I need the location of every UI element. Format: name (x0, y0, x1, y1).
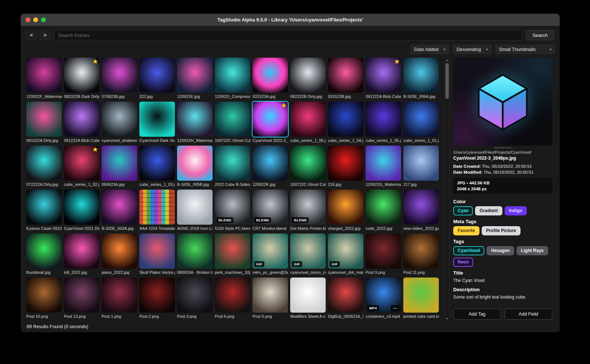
thumbnail-image[interactable] (366, 146, 401, 181)
thumbnail-image[interactable]: BLEND (215, 190, 250, 225)
grid-item[interactable]: BLEND Dot Matrix Printer.blend (290, 190, 326, 231)
thumbnail-image[interactable] (26, 146, 62, 181)
thumbnail-image[interactable] (26, 234, 62, 269)
thumbnail-image[interactable] (139, 278, 175, 313)
grid-item[interactable]: Post 6.png (215, 278, 250, 319)
thumbnail-image[interactable] (215, 278, 250, 313)
thumbnail-image[interactable]: ★ (64, 58, 99, 93)
thumbnail-image[interactable] (215, 146, 250, 181)
thumbnail-image[interactable] (366, 190, 401, 225)
thumbnail-image[interactable] (252, 58, 288, 93)
minimize-button[interactable] (33, 17, 38, 22)
grid-item[interactable]: ★ CyanVoxel 2022-3_2048px.jpg (252, 102, 288, 143)
thumbnail-image[interactable] (215, 102, 250, 137)
grid-item[interactable]: 222.jpg (139, 58, 175, 99)
scrollbar-thumb[interactable] (445, 63, 449, 99)
grid-item[interactable]: printed color card in.jpg (403, 278, 439, 319)
grid-item[interactable]: DigItUp_050621A_Sheet.png (328, 278, 363, 319)
tag-pill[interactable]: Indigo (505, 206, 527, 215)
grid-item[interactable]: 120922K.jpg (252, 146, 288, 187)
grid-item[interactable]: AAA 1024 Template.png (139, 190, 175, 231)
zoom-button[interactable] (41, 17, 46, 22)
sort-field-dropdown[interactable]: Date Added ▾ (411, 45, 449, 54)
grid-item[interactable]: 120922E.jpg (177, 58, 213, 99)
forward-button[interactable]: > (40, 30, 50, 40)
search-button[interactable]: Search (526, 30, 554, 40)
thumbnail-image[interactable] (139, 234, 175, 269)
thumbnail-image[interactable] (403, 102, 439, 137)
grid-item[interactable]: Skull Plates Vector.png (139, 234, 175, 275)
grid-item[interactable]: 031523B.jpg (328, 58, 363, 99)
add-field-button[interactable]: Add Field (505, 309, 552, 320)
grid-item[interactable]: 091222A Blob Cube.jpg (64, 102, 99, 143)
tag-pill[interactable]: Gradient (475, 206, 502, 215)
thumbnail-image[interactable] (403, 278, 439, 313)
thumbnail-image[interactable] (102, 278, 137, 313)
grid-item[interactable]: 120922I_Compressed.jpg (215, 58, 250, 99)
thumbnail-image[interactable] (64, 234, 99, 269)
thumbnail-image[interactable] (102, 102, 137, 137)
thumbnail-image[interactable] (290, 58, 326, 93)
grid-item[interactable]: Post 10.png (26, 278, 62, 319)
thumbnail-image[interactable] (290, 146, 326, 181)
grid-item[interactable]: Post 11.png (403, 234, 439, 275)
grid-scrollbar[interactable]: ▲ ▼ (445, 58, 450, 322)
thumbnail-image[interactable]: ★ (252, 102, 288, 137)
thumbnail-image[interactable] (139, 102, 175, 137)
tag-pill[interactable]: Light Rays (516, 246, 548, 255)
grid-item[interactable]: GIF retro_pc_green@3x.gif (252, 234, 288, 275)
grid-item[interactable]: AGNC-2018 Icon Logo.png (177, 190, 213, 231)
thumbnail-image[interactable] (328, 102, 363, 137)
thumbnail-image[interactable] (139, 146, 175, 181)
grid-item[interactable]: CyanVoxel 2021 Display.png (64, 190, 99, 231)
thumbnail-image[interactable]: ★ (366, 58, 401, 93)
thumbnail-image[interactable] (290, 102, 326, 137)
thumbnail-image[interactable] (403, 234, 439, 269)
thumbnail-image[interactable] (102, 190, 137, 225)
thumbnail-image[interactable]: GIF (290, 234, 326, 269)
add-tag-button[interactable]: Add Tag (453, 309, 501, 320)
grid-item[interactable]: 100722C Ghost Cube.jpg (215, 102, 250, 143)
grid-item[interactable]: 070823B.jpg (102, 58, 137, 99)
thumbnail-image[interactable] (64, 102, 99, 137)
thumbnail-image[interactable] (328, 190, 363, 225)
grid-item[interactable]: BLEND 5150 Style PC.blend (215, 190, 250, 231)
grid-item[interactable]: GIF cyanvoxel_mono_crt.gif (290, 234, 326, 275)
title-field-value[interactable]: The Cyan Voxel (453, 278, 552, 283)
thumbnail-image[interactable] (139, 58, 175, 93)
scroll-up-icon[interactable]: ▲ (446, 58, 448, 62)
scroll-down-icon[interactable]: ▼ (446, 317, 448, 321)
grid-item[interactable]: 100722C Ghost Cube.jpg (290, 146, 326, 187)
grid-item[interactable]: 120922H_Watermark.jpg (177, 102, 213, 143)
grid-item[interactable]: ★ cube_series_1_02.jpg (64, 146, 99, 187)
thumbnail-image[interactable] (64, 190, 99, 225)
grid-item[interactable]: 081022A Dirty.jpg (26, 102, 62, 143)
tag-pill[interactable]: CyanVoxel (453, 246, 484, 255)
thumbnail-image[interactable] (26, 278, 62, 313)
grid-item[interactable]: Post 1.png (102, 278, 137, 319)
grid-item[interactable]: Post 5.png (252, 278, 288, 319)
grid-item[interactable]: lofi_2022.jpg (64, 234, 99, 275)
thumbnail-image[interactable] (26, 58, 62, 93)
grid-item[interactable]: BLEND CRT Monitor.blend (252, 190, 288, 231)
grid-item[interactable]: CyanVoxel Dark Voxel.jpg (139, 102, 175, 143)
thumbnail-image[interactable] (290, 278, 326, 313)
thumbnail-image[interactable] (252, 146, 288, 181)
thumbnail-image[interactable] (177, 234, 213, 269)
thumbnail-image[interactable]: GIF (252, 234, 288, 269)
grid-item[interactable]: Post 2.png (139, 278, 175, 319)
thumbnail-image[interactable] (177, 278, 213, 313)
thumbnail-image[interactable] (403, 58, 439, 93)
close-button[interactable] (26, 17, 30, 22)
grid-item[interactable]: cyanvoxel_shattered.jpg (102, 102, 137, 143)
sort-order-dropdown[interactable]: Descending ▾ (453, 45, 492, 54)
thumbnail-image[interactable] (102, 234, 137, 269)
thumbnail-image[interactable] (177, 146, 213, 181)
grid-item[interactable]: 216.jpg (328, 146, 363, 187)
grid-item[interactable]: MP4 -:-- containers_v3.mp4 (366, 278, 401, 319)
search-input[interactable] (54, 30, 523, 40)
thumbnail-image[interactable] (328, 58, 363, 93)
back-button[interactable]: < (26, 30, 37, 40)
preview-resize-handle[interactable] (495, 147, 511, 148)
grid-item[interactable]: ★ 091222A Blob Cube.jpg (366, 58, 401, 99)
